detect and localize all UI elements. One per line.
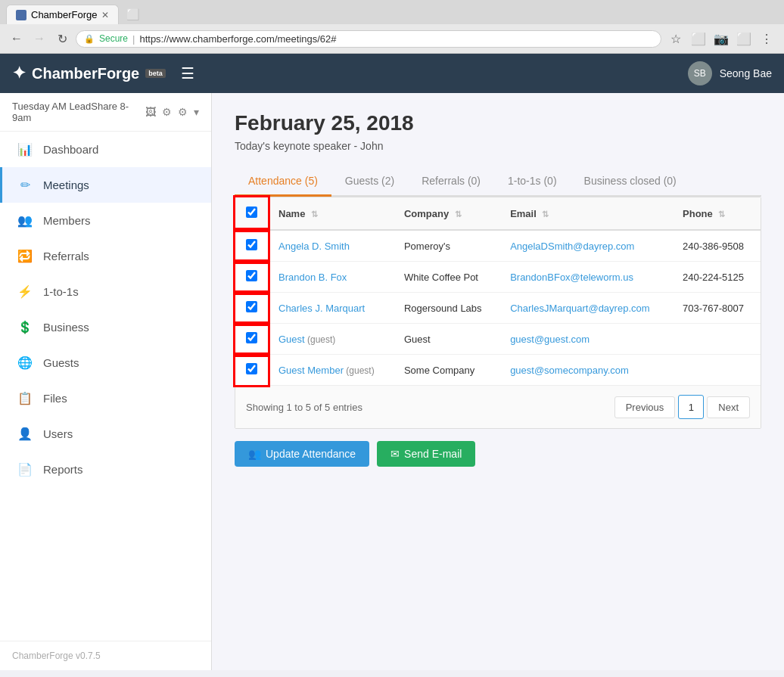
company-sort-icon[interactable]: ⇅: [455, 210, 462, 219]
sidebar-item-referrals[interactable]: 🔁 Referrals: [0, 238, 211, 274]
page-subtitle: Today's keynote speaker - John: [235, 140, 761, 152]
sidebar-item-label: Referrals: [43, 250, 89, 262]
member-email-link[interactable]: guest@somecompany.com: [510, 365, 629, 376]
sidebar-dropdown-icon[interactable]: ▾: [194, 106, 199, 118]
row-2-checkbox[interactable]: [246, 301, 257, 312]
sidebar-item-meetings[interactable]: ✏ Meetings: [0, 167, 211, 203]
sidebar-item-dashboard[interactable]: 📊 Dashboard: [0, 132, 211, 167]
row-checkbox-cell: [235, 262, 268, 293]
member-name-link[interactable]: Angela D. Smith: [278, 241, 350, 252]
row-email-cell: guest@guest.com: [499, 324, 672, 355]
tab-attendance[interactable]: Attendance (5): [235, 167, 331, 197]
bookmark-button[interactable]: ☆: [666, 29, 686, 48]
row-email-cell: AngelaDSmith@dayrep.com: [499, 230, 672, 262]
table-row: Brandon B. FoxWhite Coffee PotBrandonBFo…: [235, 262, 761, 293]
app-body: Tuesday AM LeadShare 8-9am 🖼 ⚙ ⚙ ▾ 📊 Das…: [0, 93, 784, 670]
row-3-checkbox[interactable]: [246, 332, 257, 343]
forward-button[interactable]: →: [30, 30, 48, 48]
sidebar-item-label: Meetings: [43, 179, 89, 191]
tab-referrals[interactable]: Referrals (0): [408, 167, 494, 197]
sidebar-item-reports[interactable]: 📄 Reports: [0, 452, 211, 487]
sidebar-item-label: Reports: [43, 463, 83, 476]
sidebar-item-members[interactable]: 👥 Members: [0, 203, 211, 238]
next-button[interactable]: Next: [707, 396, 750, 418]
table-footer: Showing 1 to 5 of 5 entries Previous 1 N…: [235, 385, 761, 428]
table-header-row: Name ⇅ Company ⇅ Email ⇅: [235, 197, 761, 230]
member-name-link[interactable]: Brandon B. Fox: [278, 272, 347, 283]
tabs-bar: Attendance (5) Guests (2) Referrals (0) …: [235, 167, 761, 197]
refresh-button[interactable]: ↻: [53, 30, 71, 48]
sidebar-item-files[interactable]: 📋 Files: [0, 380, 211, 416]
name-sort-icon[interactable]: ⇅: [311, 210, 318, 219]
table-row: Angela D. SmithPomeroy'sAngelaDSmith@day…: [235, 230, 761, 262]
member-name-link[interactable]: Charles J. Marquart: [278, 303, 365, 314]
user-avatar: SB: [688, 61, 712, 85]
row-name-cell: Guest (guest): [268, 324, 394, 355]
row-phone-cell: [672, 324, 761, 355]
tab-close-button[interactable]: ✕: [101, 10, 109, 20]
sidebar-group-title: Tuesday AM LeadShare 8-9am: [12, 101, 145, 123]
browser-tabs: ChamberForge ✕ ⬜: [0, 0, 784, 24]
tab-business-closed[interactable]: Business closed (0): [571, 167, 690, 197]
member-email-link[interactable]: BrandonBFox@teleworm.us: [510, 272, 633, 283]
browser-toolbar-actions: ☆ ⬜ 📷 ⬜ ⋮: [666, 29, 776, 48]
lock-icon: 🔒: [84, 34, 95, 44]
member-email-link[interactable]: CharlesJMarquart@dayrep.com: [510, 303, 649, 314]
row-0-checkbox[interactable]: [246, 239, 257, 250]
guests-icon: 🌐: [17, 356, 33, 370]
update-attendance-label: Update Attendance: [266, 448, 356, 460]
member-email-link[interactable]: AngelaDSmith@dayrep.com: [510, 241, 634, 252]
send-email-button[interactable]: ✉ Send E-mail: [377, 441, 475, 467]
sidebar-item-label: Members: [43, 214, 91, 227]
sidebar-item-users[interactable]: 👤 Users: [0, 416, 211, 452]
sidebar-item-label: Business: [43, 321, 89, 334]
business-icon: 💲: [17, 320, 33, 334]
logo-text: ChamberForge: [32, 65, 139, 82]
table-body: Angela D. SmithPomeroy'sAngelaDSmith@day…: [235, 230, 761, 385]
sidebar-group-actions: 🖼 ⚙ ⚙ ▾: [145, 106, 199, 118]
row-4-checkbox[interactable]: [246, 363, 257, 374]
screenshot-button[interactable]: 📷: [711, 29, 731, 48]
browser-chrome: ChamberForge ✕ ⬜ ← → ↻ 🔒 Secure | https:…: [0, 0, 784, 54]
row-company-cell: White Coffee Pot: [394, 262, 499, 293]
tab-1to1s[interactable]: 1-to-1s (0): [494, 167, 571, 197]
table-row: Charles J. MarquartRogersound LabsCharle…: [235, 293, 761, 324]
hamburger-button[interactable]: ☰: [181, 64, 194, 82]
sidebar-item-label: 1-to-1s: [43, 285, 79, 298]
sidebar-item-guests[interactable]: 🌐 Guests: [0, 345, 211, 380]
tab-guests[interactable]: Guests (2): [331, 167, 408, 197]
sidebar-action-gear-icon[interactable]: ⚙: [162, 106, 172, 118]
sidebar-item-label: Dashboard: [43, 143, 98, 156]
row-name-cell: Brandon B. Fox: [268, 262, 394, 293]
window-button[interactable]: ⬜: [689, 29, 708, 48]
menu-button[interactable]: ⋮: [757, 29, 776, 48]
row-company-cell: Guest: [394, 324, 499, 355]
address-bar[interactable]: 🔒 Secure | https://www.chamberforge.com/…: [76, 30, 661, 48]
previous-button[interactable]: Previous: [614, 396, 676, 418]
meetings-icon: ✏: [17, 178, 33, 192]
member-email-link[interactable]: guest@guest.com: [510, 334, 590, 345]
sidebar-action-image-icon[interactable]: 🖼: [145, 106, 156, 118]
action-buttons: 👥 Update Attendance ✉ Send E-mail: [235, 441, 761, 467]
back-button[interactable]: ←: [8, 30, 26, 48]
phone-sort-icon[interactable]: ⇅: [718, 210, 725, 219]
main-content: February 25, 2018 Today's keynote speake…: [212, 93, 784, 670]
beta-badge: beta: [145, 69, 166, 78]
update-attendance-button[interactable]: 👥 Update Attendance: [235, 441, 369, 467]
table-row: Guest Member (guest)Some Companyguest@so…: [235, 355, 761, 386]
member-name-link[interactable]: Guest Member: [278, 365, 344, 376]
row-name-cell: Charles J. Marquart: [268, 293, 394, 324]
row-1-checkbox[interactable]: [246, 270, 257, 281]
extension-button[interactable]: ⬜: [734, 29, 754, 48]
select-all-checkbox[interactable]: [246, 207, 257, 218]
sidebar-item-1to1s[interactable]: ⚡ 1-to-1s: [0, 274, 211, 309]
sidebar-nav: 📊 Dashboard ✏ Meetings 👥 Members 🔁 Refer…: [0, 132, 211, 641]
email-sort-icon[interactable]: ⇅: [542, 210, 549, 219]
sidebar-action-settings-icon[interactable]: ⚙: [178, 106, 188, 118]
tab-favicon: [16, 10, 26, 20]
sidebar-item-label: Guests: [43, 356, 79, 369]
sidebar-item-business[interactable]: 💲 Business: [0, 309, 211, 345]
member-name-link[interactable]: Guest: [278, 334, 305, 345]
new-tab-button[interactable]: ⬜: [119, 5, 147, 24]
members-icon: 👥: [17, 213, 33, 228]
